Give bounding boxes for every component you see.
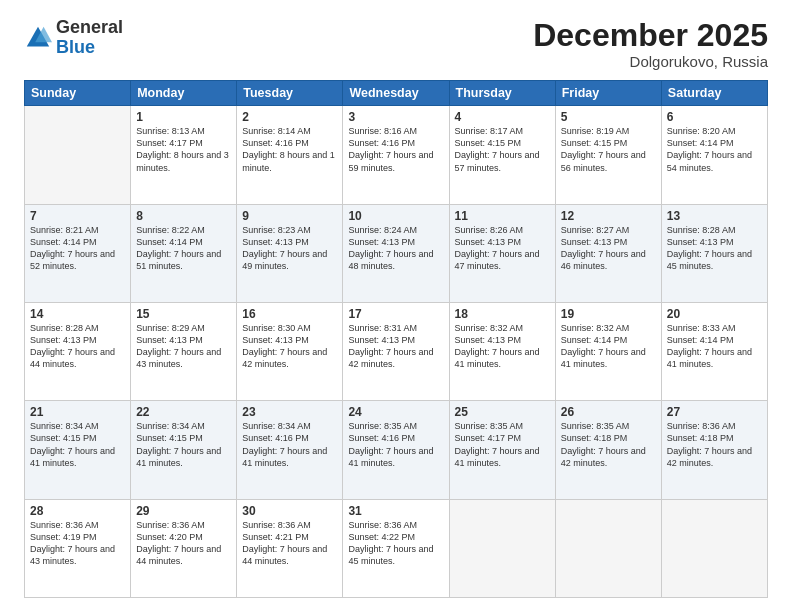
day-info: Sunrise: 8:21 AMSunset: 4:14 PMDaylight:… <box>30 224 125 273</box>
calendar-cell: 21Sunrise: 8:34 AMSunset: 4:15 PMDayligh… <box>25 401 131 499</box>
calendar-week-row: 1Sunrise: 8:13 AMSunset: 4:17 PMDaylight… <box>25 106 768 204</box>
daylight-hours: Daylight: 8 hours and 1 minute. <box>242 150 335 172</box>
day-number: 28 <box>30 504 125 518</box>
day-number: 15 <box>136 307 231 321</box>
day-number: 6 <box>667 110 762 124</box>
day-number: 26 <box>561 405 656 419</box>
calendar-cell: 6Sunrise: 8:20 AMSunset: 4:14 PMDaylight… <box>661 106 767 204</box>
calendar-header-thursday: Thursday <box>449 81 555 106</box>
sunset-time: Sunset: 4:13 PM <box>242 335 309 345</box>
day-info: Sunrise: 8:36 AMSunset: 4:21 PMDaylight:… <box>242 519 337 568</box>
sunrise-time: Sunrise: 8:35 AM <box>348 421 417 431</box>
daylight-hours: Daylight: 7 hours and 44 minutes. <box>136 544 221 566</box>
sunset-time: Sunset: 4:16 PM <box>242 138 309 148</box>
calendar-cell: 5Sunrise: 8:19 AMSunset: 4:15 PMDaylight… <box>555 106 661 204</box>
sunrise-time: Sunrise: 8:35 AM <box>561 421 630 431</box>
sunset-time: Sunset: 4:13 PM <box>348 335 415 345</box>
day-number: 4 <box>455 110 550 124</box>
calendar-cell: 14Sunrise: 8:28 AMSunset: 4:13 PMDayligh… <box>25 302 131 400</box>
day-info: Sunrise: 8:34 AMSunset: 4:15 PMDaylight:… <box>30 420 125 469</box>
sunset-time: Sunset: 4:14 PM <box>667 138 734 148</box>
calendar-cell: 11Sunrise: 8:26 AMSunset: 4:13 PMDayligh… <box>449 204 555 302</box>
calendar-cell: 16Sunrise: 8:30 AMSunset: 4:13 PMDayligh… <box>237 302 343 400</box>
calendar-cell: 9Sunrise: 8:23 AMSunset: 4:13 PMDaylight… <box>237 204 343 302</box>
calendar-week-row: 7Sunrise: 8:21 AMSunset: 4:14 PMDaylight… <box>25 204 768 302</box>
logo-blue: Blue <box>56 38 123 58</box>
sunrise-time: Sunrise: 8:16 AM <box>348 126 417 136</box>
day-info: Sunrise: 8:16 AMSunset: 4:16 PMDaylight:… <box>348 125 443 174</box>
sunset-time: Sunset: 4:13 PM <box>667 237 734 247</box>
month-title: December 2025 <box>533 18 768 53</box>
calendar-cell: 23Sunrise: 8:34 AMSunset: 4:16 PMDayligh… <box>237 401 343 499</box>
location: Dolgorukovo, Russia <box>533 53 768 70</box>
sunset-time: Sunset: 4:15 PM <box>136 433 203 443</box>
calendar-cell: 3Sunrise: 8:16 AMSunset: 4:16 PMDaylight… <box>343 106 449 204</box>
day-info: Sunrise: 8:32 AMSunset: 4:13 PMDaylight:… <box>455 322 550 371</box>
sunset-time: Sunset: 4:14 PM <box>667 335 734 345</box>
day-info: Sunrise: 8:35 AMSunset: 4:17 PMDaylight:… <box>455 420 550 469</box>
daylight-hours: Daylight: 7 hours and 41 minutes. <box>667 347 752 369</box>
logo-icon <box>24 24 52 52</box>
sunset-time: Sunset: 4:15 PM <box>561 138 628 148</box>
day-number: 24 <box>348 405 443 419</box>
calendar-cell: 30Sunrise: 8:36 AMSunset: 4:21 PMDayligh… <box>237 499 343 597</box>
day-info: Sunrise: 8:32 AMSunset: 4:14 PMDaylight:… <box>561 322 656 371</box>
calendar-header-sunday: Sunday <box>25 81 131 106</box>
calendar-cell: 19Sunrise: 8:32 AMSunset: 4:14 PMDayligh… <box>555 302 661 400</box>
day-number: 2 <box>242 110 337 124</box>
day-info: Sunrise: 8:29 AMSunset: 4:13 PMDaylight:… <box>136 322 231 371</box>
calendar-cell: 12Sunrise: 8:27 AMSunset: 4:13 PMDayligh… <box>555 204 661 302</box>
page: General Blue December 2025 Dolgorukovo, … <box>0 0 792 612</box>
daylight-hours: Daylight: 7 hours and 49 minutes. <box>242 249 327 271</box>
day-info: Sunrise: 8:22 AMSunset: 4:14 PMDaylight:… <box>136 224 231 273</box>
day-number: 11 <box>455 209 550 223</box>
sunset-time: Sunset: 4:18 PM <box>561 433 628 443</box>
calendar-header-tuesday: Tuesday <box>237 81 343 106</box>
day-info: Sunrise: 8:35 AMSunset: 4:16 PMDaylight:… <box>348 420 443 469</box>
day-number: 31 <box>348 504 443 518</box>
day-info: Sunrise: 8:36 AMSunset: 4:19 PMDaylight:… <box>30 519 125 568</box>
day-info: Sunrise: 8:20 AMSunset: 4:14 PMDaylight:… <box>667 125 762 174</box>
day-number: 1 <box>136 110 231 124</box>
calendar-header-monday: Monday <box>131 81 237 106</box>
day-info: Sunrise: 8:26 AMSunset: 4:13 PMDaylight:… <box>455 224 550 273</box>
sunset-time: Sunset: 4:16 PM <box>242 433 309 443</box>
day-info: Sunrise: 8:33 AMSunset: 4:14 PMDaylight:… <box>667 322 762 371</box>
calendar-cell: 28Sunrise: 8:36 AMSunset: 4:19 PMDayligh… <box>25 499 131 597</box>
calendar-header-friday: Friday <box>555 81 661 106</box>
sunset-time: Sunset: 4:21 PM <box>242 532 309 542</box>
sunset-time: Sunset: 4:22 PM <box>348 532 415 542</box>
day-number: 30 <box>242 504 337 518</box>
sunset-time: Sunset: 4:13 PM <box>561 237 628 247</box>
sunrise-time: Sunrise: 8:33 AM <box>667 323 736 333</box>
sunset-time: Sunset: 4:13 PM <box>455 335 522 345</box>
day-info: Sunrise: 8:31 AMSunset: 4:13 PMDaylight:… <box>348 322 443 371</box>
sunrise-time: Sunrise: 8:20 AM <box>667 126 736 136</box>
daylight-hours: Daylight: 7 hours and 41 minutes. <box>561 347 646 369</box>
day-number: 18 <box>455 307 550 321</box>
sunset-time: Sunset: 4:13 PM <box>455 237 522 247</box>
daylight-hours: Daylight: 7 hours and 41 minutes. <box>136 446 221 468</box>
day-number: 7 <box>30 209 125 223</box>
sunrise-time: Sunrise: 8:32 AM <box>561 323 630 333</box>
calendar-cell: 22Sunrise: 8:34 AMSunset: 4:15 PMDayligh… <box>131 401 237 499</box>
day-number: 5 <box>561 110 656 124</box>
day-info: Sunrise: 8:19 AMSunset: 4:15 PMDaylight:… <box>561 125 656 174</box>
logo-text: General Blue <box>56 18 123 58</box>
day-info: Sunrise: 8:34 AMSunset: 4:15 PMDaylight:… <box>136 420 231 469</box>
sunrise-time: Sunrise: 8:26 AM <box>455 225 524 235</box>
daylight-hours: Daylight: 7 hours and 45 minutes. <box>667 249 752 271</box>
logo: General Blue <box>24 18 123 58</box>
calendar-week-row: 21Sunrise: 8:34 AMSunset: 4:15 PMDayligh… <box>25 401 768 499</box>
day-info: Sunrise: 8:28 AMSunset: 4:13 PMDaylight:… <box>667 224 762 273</box>
calendar-cell: 27Sunrise: 8:36 AMSunset: 4:18 PMDayligh… <box>661 401 767 499</box>
sunrise-time: Sunrise: 8:36 AM <box>30 520 99 530</box>
calendar-header-wednesday: Wednesday <box>343 81 449 106</box>
calendar-cell <box>661 499 767 597</box>
day-info: Sunrise: 8:23 AMSunset: 4:13 PMDaylight:… <box>242 224 337 273</box>
daylight-hours: Daylight: 7 hours and 42 minutes. <box>561 446 646 468</box>
sunset-time: Sunset: 4:15 PM <box>455 138 522 148</box>
calendar-cell <box>449 499 555 597</box>
daylight-hours: Daylight: 7 hours and 41 minutes. <box>242 446 327 468</box>
sunrise-time: Sunrise: 8:17 AM <box>455 126 524 136</box>
